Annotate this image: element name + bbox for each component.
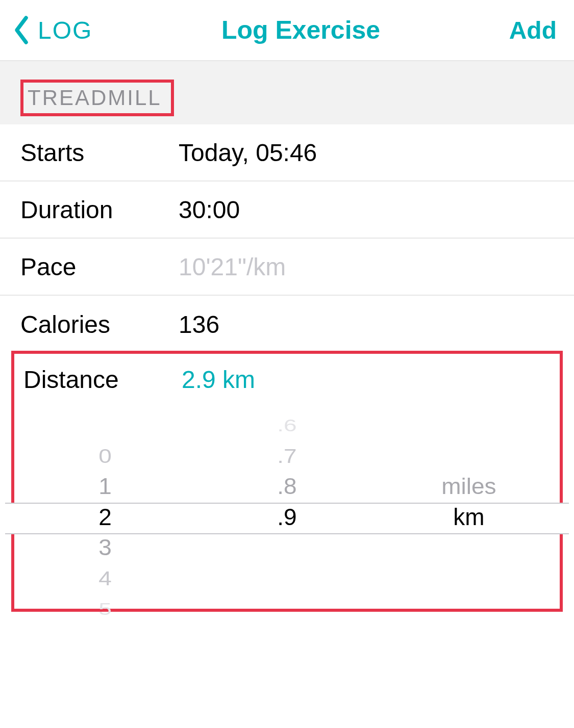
exercise-type-label: TREADMILL	[28, 86, 162, 110]
row-duration[interactable]: Duration 30:00	[0, 181, 574, 239]
row-starts[interactable]: Starts Today, 05:46	[0, 124, 574, 181]
picker-column-fraction[interactable]: .6 .7 .8 .9	[196, 410, 378, 604]
picker-option: 1	[14, 472, 196, 501]
exercise-section-header: TREADMILL	[0, 61, 574, 124]
picker-column-unit[interactable]: miles km	[378, 410, 560, 604]
chevron-left-icon	[12, 15, 31, 45]
page-title: Log Exercise	[221, 15, 380, 45]
highlight-distance-block: Distance 2.9 km 0 1 2 3 4 5 .6 .7 .8 .9	[11, 351, 563, 612]
picker-option: miles	[378, 472, 560, 501]
back-label: LOG	[38, 16, 92, 44]
add-button[interactable]: Add	[509, 16, 557, 44]
navbar: LOG Log Exercise Add	[0, 0, 574, 61]
distance-picker[interactable]: 0 1 2 3 4 5 .6 .7 .8 .9 miles km	[14, 410, 560, 604]
pace-value: 10'21"/km	[179, 253, 286, 281]
picker-option: 0	[14, 443, 196, 469]
duration-label: Duration	[20, 196, 179, 224]
starts-value: Today, 05:46	[179, 139, 317, 167]
distance-label: Distance	[23, 366, 182, 394]
picker-option: .6	[196, 414, 378, 436]
picker-option: 3	[14, 533, 196, 562]
picker-option-selected: km	[378, 502, 560, 532]
calories-label: Calories	[20, 310, 179, 339]
picker-option: .8	[196, 472, 378, 501]
distance-value: 2.9 km	[182, 366, 255, 394]
row-calories[interactable]: Calories 136	[0, 296, 574, 353]
row-distance[interactable]: Distance 2.9 km	[14, 354, 560, 405]
row-pace[interactable]: Pace 10'21"/km	[0, 239, 574, 296]
back-button[interactable]: LOG	[12, 15, 92, 45]
picker-option: 4	[14, 565, 196, 591]
starts-label: Starts	[20, 139, 179, 167]
duration-value: 30:00	[179, 196, 240, 224]
pace-label: Pace	[20, 253, 179, 281]
picker-column-whole[interactable]: 0 1 2 3 4 5	[14, 410, 196, 604]
picker-option-selected: 2	[14, 502, 196, 532]
picker-option: 5	[14, 597, 196, 619]
picker-option: .7	[196, 443, 378, 469]
exercise-details-list: Starts Today, 05:46 Duration 30:00 Pace …	[0, 124, 574, 353]
picker-option-selected: .9	[196, 502, 378, 532]
calories-value: 136	[179, 310, 219, 339]
highlight-exercise-type: TREADMILL	[20, 80, 174, 116]
